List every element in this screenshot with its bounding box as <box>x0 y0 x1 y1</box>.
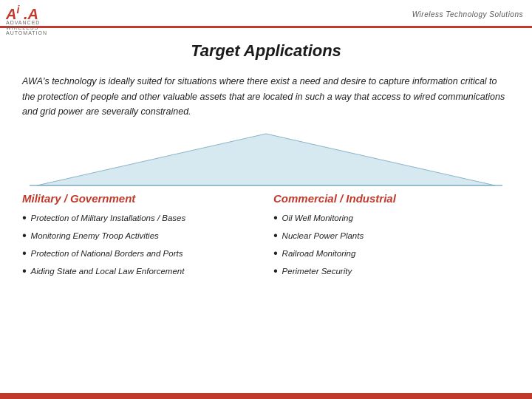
triangle-svg <box>22 130 510 189</box>
main-content: Target Applications AWA's technology is … <box>0 28 532 292</box>
right-column-header: Commercial / Industrial <box>273 192 510 205</box>
right-bullet-list: • Oil Well Monitoring • Nuclear Power Pl… <box>273 214 510 277</box>
page-title: Target Applications <box>22 41 510 61</box>
right-column: Commercial / Industrial • Oil Well Monit… <box>266 192 510 284</box>
list-item-text: Nuclear Power Plants <box>282 231 364 240</box>
bullet-icon: • <box>273 248 278 259</box>
bullet-icon: • <box>22 248 27 259</box>
bullet-icon: • <box>273 212 278 224</box>
columns-section: Military / Government • Protection of Mi… <box>22 192 510 284</box>
bullet-icon: • <box>22 265 27 277</box>
list-item-text: Perimeter Security <box>282 267 352 276</box>
list-item-text: Protection of Military Installations / B… <box>31 214 186 222</box>
list-item: • Nuclear Power Plants <box>273 231 510 242</box>
list-item-text: Railroad Monitoring <box>282 249 356 258</box>
intro-paragraph: AWA's technology is ideally suited for s… <box>22 74 510 120</box>
bullet-icon: • <box>22 212 27 224</box>
bullet-icon: • <box>273 230 278 242</box>
list-item: • Perimeter Security <box>273 267 510 277</box>
header-tagline: Wireless Technology Solutions <box>412 10 523 18</box>
left-column: Military / Government • Protection of Mi… <box>22 192 266 284</box>
list-item: • Aiding State and Local Law Enforcement <box>22 267 259 277</box>
bullet-icon: • <box>22 230 27 242</box>
list-item: • Protection of Military Installations /… <box>22 214 259 224</box>
list-item: • Oil Well Monitoring <box>273 214 510 224</box>
logo-area: Ai .A ADVANCED WIRELESS AUTOMATION <box>6 4 72 25</box>
list-item: • Protection of National Borders and Por… <box>22 249 259 259</box>
bullet-icon: • <box>273 265 278 277</box>
list-item: • Monitoring Enemy Troop Activities <box>22 231 259 242</box>
list-item-text: Protection of National Borders and Ports <box>31 249 183 258</box>
left-bullet-list: • Protection of Military Installations /… <box>22 214 259 277</box>
left-column-header: Military / Government <box>22 192 259 205</box>
logo-box: Ai .A ADVANCED WIRELESS AUTOMATION <box>6 4 72 25</box>
triangle-diagram <box>22 130 510 189</box>
list-item-text: Oil Well Monitoring <box>282 214 353 222</box>
list-item-text: Aiding State and Local Law Enforcement <box>31 267 185 276</box>
list-item: • Railroad Monitoring <box>273 249 510 259</box>
svg-marker-0 <box>37 134 495 185</box>
bottom-bar <box>0 393 532 399</box>
logo-subtitle: ADVANCED WIRELESS AUTOMATION <box>6 20 72 35</box>
list-item-text: Monitoring Enemy Troop Activities <box>31 231 159 240</box>
header-bar: Ai .A ADVANCED WIRELESS AUTOMATION Wirel… <box>0 0 532 28</box>
